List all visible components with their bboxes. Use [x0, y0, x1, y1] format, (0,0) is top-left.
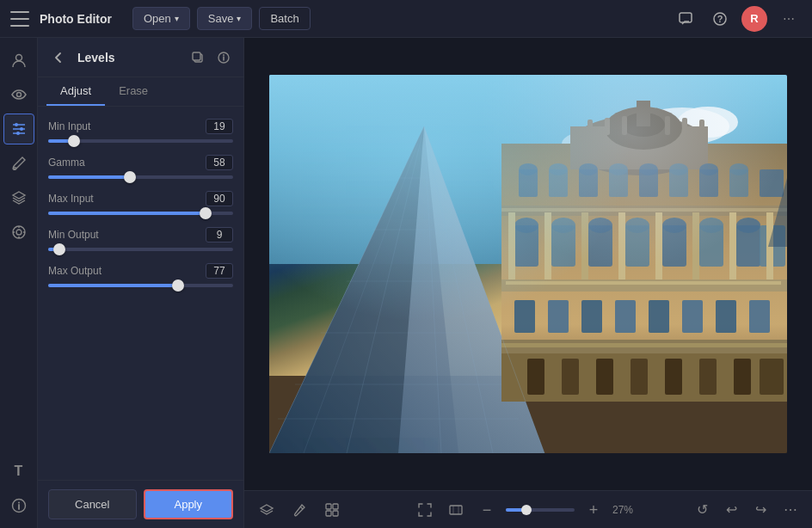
bottom-left-tools	[255, 498, 344, 522]
sidebar-item-layers[interactable]	[3, 182, 34, 213]
svg-rect-100	[501, 340, 787, 353]
svg-rect-26	[269, 75, 787, 264]
svg-rect-103	[527, 359, 544, 395]
fit-to-screen-icon[interactable]	[413, 498, 437, 522]
svg-point-30	[562, 130, 631, 157]
layers-bottom-icon[interactable]	[255, 498, 279, 522]
svg-rect-72	[699, 225, 723, 267]
svg-rect-92	[514, 300, 535, 333]
svg-rect-38	[570, 126, 708, 169]
min-output-label: Min Output	[48, 229, 99, 241]
panel-tabs: Adjust Erase	[38, 77, 243, 107]
max-output-label: Max Output	[48, 265, 102, 277]
svg-point-25	[223, 54, 225, 56]
max-input-slider[interactable]	[48, 212, 233, 215]
expand-icon-button[interactable]: ⋯	[776, 6, 802, 32]
svg-rect-88	[729, 212, 736, 281]
svg-rect-82	[508, 212, 515, 281]
svg-rect-98	[716, 300, 736, 333]
tab-erase[interactable]: Erase	[105, 77, 162, 106]
tab-adjust[interactable]: Adjust	[46, 77, 105, 106]
edit-bottom-icon[interactable]	[287, 498, 311, 522]
svg-rect-87	[692, 212, 699, 281]
zoom-slider-thumb[interactable]	[521, 505, 532, 515]
menu-icon[interactable]	[10, 11, 29, 27]
sidebar-item-effects[interactable]	[3, 217, 34, 248]
max-output-control: Max Output 77	[48, 263, 233, 287]
svg-point-76	[551, 218, 575, 233]
sidebar-item-brush[interactable]	[3, 148, 34, 179]
min-input-slider[interactable]	[48, 139, 233, 143]
save-button[interactable]: Save ▾	[197, 7, 253, 30]
info-icon-button[interactable]	[212, 46, 235, 69]
min-input-value: 19	[206, 119, 233, 134]
svg-point-8	[20, 127, 23, 131]
help-icon-button[interactable]: ?	[707, 6, 733, 32]
svg-point-28	[678, 107, 738, 138]
svg-line-113	[269, 126, 424, 453]
svg-rect-101	[501, 343, 787, 347]
svg-rect-44	[622, 116, 627, 135]
svg-rect-71	[662, 225, 686, 267]
svg-rect-36	[501, 144, 787, 402]
sidebar-item-adjust[interactable]	[3, 114, 34, 144]
min-output-slider[interactable]	[48, 248, 233, 251]
min-input-label: Min Input	[48, 120, 90, 132]
svg-point-75	[514, 218, 538, 233]
undo-icon[interactable]: ↩	[719, 498, 743, 522]
user-avatar[interactable]: R	[741, 6, 767, 32]
sidebar-item-info[interactable]	[3, 490, 34, 521]
grid-bottom-icon[interactable]	[320, 498, 344, 522]
svg-rect-99	[749, 300, 770, 333]
svg-line-117	[424, 126, 493, 453]
svg-rect-102	[501, 353, 787, 402]
svg-rect-126	[326, 504, 331, 509]
svg-rect-109	[734, 359, 751, 395]
svg-rect-91	[506, 281, 781, 285]
gamma-slider[interactable]	[48, 175, 233, 179]
zoom-in-button[interactable]: +	[581, 498, 606, 522]
svg-point-29	[635, 118, 686, 144]
svg-rect-55	[729, 169, 748, 197]
svg-line-118	[304, 126, 424, 453]
svg-rect-56	[760, 169, 784, 197]
svg-rect-74	[760, 225, 785, 267]
sidebar-item-eye[interactable]	[3, 79, 34, 110]
sidebar-item-person[interactable]	[3, 45, 34, 76]
svg-rect-22	[193, 52, 200, 60]
batch-button[interactable]: Batch	[259, 7, 310, 30]
apply-button[interactable]: Apply	[144, 489, 234, 519]
action-buttons: Cancel Apply	[38, 480, 243, 528]
redo-icon[interactable]: ↪	[748, 498, 772, 522]
back-button[interactable]	[46, 46, 71, 70]
svg-point-10	[16, 132, 20, 135]
max-output-slider[interactable]	[48, 284, 233, 287]
open-button[interactable]: Open ▾	[132, 7, 190, 30]
more-options-icon[interactable]: ⋯	[778, 498, 802, 522]
sidebar-item-text[interactable]: T	[3, 456, 34, 487]
svg-rect-129	[333, 511, 338, 516]
zoom-slider[interactable]	[506, 508, 575, 512]
refresh-icon[interactable]: ↺	[690, 498, 714, 522]
gamma-control: Gamma 58	[48, 155, 233, 179]
canvas-container[interactable]	[244, 38, 812, 490]
min-input-control: Min Input 19	[48, 119, 233, 143]
max-input-label: Max Input	[48, 193, 94, 205]
duplicate-icon-button[interactable]	[187, 46, 209, 69]
svg-rect-50	[579, 169, 598, 197]
svg-rect-86	[655, 212, 662, 281]
svg-point-40	[622, 113, 665, 137]
svg-point-80	[699, 218, 723, 233]
chat-icon-button[interactable]	[673, 6, 698, 32]
svg-point-13	[16, 230, 22, 235]
svg-point-39	[605, 107, 682, 150]
svg-rect-47	[699, 120, 704, 135]
svg-rect-85	[618, 212, 625, 281]
panel-header: Levels	[38, 38, 243, 77]
svg-rect-67	[514, 225, 538, 267]
svg-rect-49	[549, 169, 568, 197]
fit-zoom-icon[interactable]	[444, 498, 468, 522]
max-input-value: 90	[206, 191, 233, 206]
cancel-button[interactable]: Cancel	[48, 489, 137, 519]
zoom-out-button[interactable]: −	[475, 498, 499, 522]
